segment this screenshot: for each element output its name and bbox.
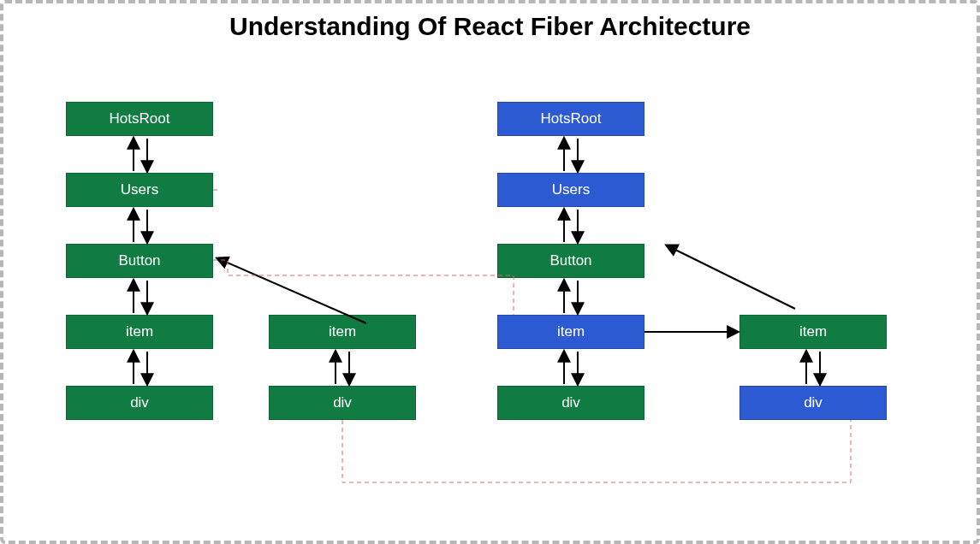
diagram-frame: Understanding Of React Fiber Architectur… (0, 0, 980, 544)
left-item-b: item (269, 315, 416, 349)
svg-line-21 (217, 258, 366, 323)
right-div-a: div (497, 386, 644, 420)
right-users: Users (497, 173, 644, 207)
left-div-a: div (66, 386, 213, 420)
diagram-title: Understanding Of React Fiber Architectur… (3, 12, 977, 41)
left-hotsroot: HotsRoot (66, 102, 213, 136)
right-item-b: item (739, 315, 887, 349)
right-hotsroot: HotsRoot (497, 102, 644, 136)
left-button: Button (66, 244, 213, 278)
right-div-b: div (739, 386, 887, 420)
left-users: Users (66, 173, 213, 207)
right-button: Button (497, 244, 644, 278)
svg-line-22 (667, 245, 795, 309)
left-div-b: div (269, 386, 416, 420)
right-item-a: item (497, 315, 644, 349)
left-item-a: item (66, 315, 213, 349)
